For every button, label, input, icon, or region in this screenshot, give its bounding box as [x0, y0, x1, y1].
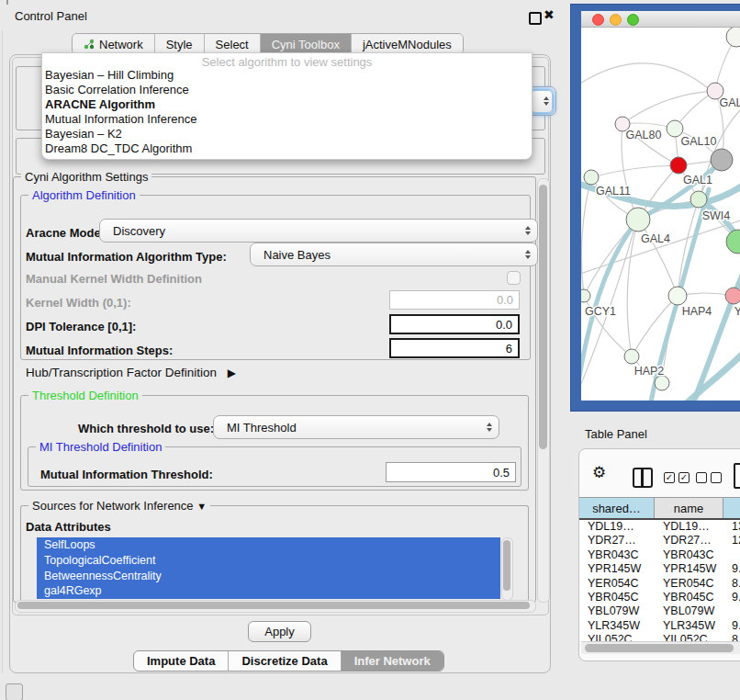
- data-attribute-item[interactable]: BetweennessCentrality: [37, 569, 500, 584]
- network-node-y[interactable]: [725, 288, 740, 304]
- network-node[interactable]: [655, 376, 669, 390]
- table-cell: YBL079W: [579, 604, 655, 618]
- network-node[interactable]: [726, 28, 740, 47]
- hub-definition-toggle[interactable]: Hub/Transcription Factor Definition ▶: [26, 366, 236, 379]
- mi-threshold-field[interactable]: [386, 462, 516, 482]
- hub-definition-label: Hub/Transcription Factor Definition: [26, 366, 217, 379]
- settings-vertical-scrollbar[interactable]: [537, 178, 550, 603]
- node-label: GAL1: [683, 174, 712, 186]
- data-attribute-item[interactable]: TopologicalCoefficient: [37, 553, 500, 569]
- kernel-width-field[interactable]: [389, 290, 520, 310]
- scrollbar-thumb[interactable]: [17, 602, 530, 609]
- group-title: Algorithm Definition: [28, 188, 140, 202]
- tab-network[interactable]: Network: [73, 34, 155, 54]
- algorithm-option[interactable]: ARACNE Algorithm: [42, 97, 532, 112]
- table-row[interactable]: YBR045CYBR045C9.: [579, 591, 740, 604]
- table-row[interactable]: YIL052CYIL052C8: [579, 633, 740, 641]
- attributes-list-scrollbar[interactable]: [501, 537, 513, 601]
- network-node-hap4[interactable]: [668, 287, 687, 305]
- scrollbar-thumb[interactable]: [503, 540, 510, 591]
- tab-style[interactable]: Style: [155, 34, 205, 54]
- chevron-updown-icon: [525, 226, 531, 235]
- data-attributes-list: SelfLoopsTopologicalCoefficientBetweenne…: [37, 537, 500, 599]
- mi-steps-field[interactable]: [389, 338, 520, 358]
- table-cell: YDR27…: [655, 534, 723, 548]
- bottom-tab-discretize-data[interactable]: Discretize Data: [229, 651, 341, 671]
- network-window: GALGAL80GAL10GAL1GAL11SWI4GAL4GCY1HAP4YH…: [581, 11, 740, 401]
- network-node[interactable]: [726, 230, 740, 254]
- network-node-hap2[interactable]: [624, 349, 639, 364]
- table-row[interactable]: YER054CYER054C8.: [579, 577, 740, 591]
- table-row[interactable]: YDR27…YDR27…12: [579, 534, 740, 548]
- chevron-updown-icon: [525, 250, 531, 259]
- split-columns-icon[interactable]: [633, 468, 653, 488]
- dpi-tolerance-field[interactable]: [389, 314, 520, 334]
- table-row[interactable]: YDL19…YDL19…13: [579, 520, 740, 534]
- chevron-updown-icon: [544, 96, 549, 106]
- bottom-tab-impute-data[interactable]: Impute Data: [134, 651, 229, 671]
- table-cell: 12: [723, 534, 740, 548]
- table-row[interactable]: YPR145WYPR145W9.: [579, 562, 740, 576]
- algorithm-option[interactable]: Bayesian – Hill Climbing: [42, 68, 532, 83]
- network-node-gal1[interactable]: [670, 157, 687, 174]
- minimize-traffic-light-icon[interactable]: [610, 14, 622, 26]
- network-node-swi4[interactable]: [690, 191, 707, 208]
- tab-jactivemnodules[interactable]: jActiveMNodules: [352, 34, 463, 54]
- table-row[interactable]: YLR345WYLR345W9.: [579, 619, 740, 633]
- network-window-titlebar[interactable]: [581, 11, 740, 28]
- algorithm-option[interactable]: Basic Correlation Inference: [42, 83, 532, 97]
- gear-icon[interactable]: ⚙: [592, 465, 606, 480]
- algorithm-option[interactable]: Mutual Information Inference: [42, 112, 532, 127]
- node-label: GAL10: [681, 135, 717, 148]
- algorithm-option[interactable]: Bayesian – K2: [42, 127, 532, 141]
- data-attribute-item[interactable]: SelfLoops: [37, 537, 500, 553]
- table-cell: YBR043C: [655, 548, 723, 562]
- node-label: Y: [734, 305, 740, 318]
- aracne-mode-combo[interactable]: Discovery: [99, 219, 538, 243]
- float-window-icon[interactable]: [529, 12, 542, 25]
- table-row[interactable]: YBR043CYBR043C: [579, 548, 740, 562]
- dropdown-placeholder: Select algorithm to view settings: [42, 53, 532, 68]
- tab-label: Cyni Toolbox: [272, 38, 340, 51]
- bottom-tab-infer-network[interactable]: Infer Network: [342, 651, 443, 671]
- apply-button[interactable]: Apply: [248, 621, 311, 642]
- manual-kernel-checkbox[interactable]: [507, 271, 521, 285]
- table-toolbar: ⚙ ✓ ✓: [579, 449, 740, 495]
- node-label: HAP2: [634, 365, 665, 378]
- algorithm-option[interactable]: Dream8 DC_TDC Algorithm: [42, 141, 532, 156]
- column-header[interactable]: name: [655, 498, 723, 518]
- select-all-checkboxes-icon[interactable]: ✓ ✓: [664, 472, 690, 483]
- column-header[interactable]: [723, 498, 740, 518]
- new-table-icon[interactable]: [734, 463, 740, 489]
- table-row[interactable]: YBL079WYBL079W: [579, 604, 740, 618]
- table-cell: 8: [723, 633, 740, 641]
- network-node[interactable]: [711, 149, 733, 171]
- expand-right-icon[interactable]: ▶: [228, 367, 236, 379]
- tab-select[interactable]: Select: [205, 34, 261, 54]
- table-horizontal-scrollbar[interactable]: [581, 641, 740, 654]
- scrollbar-thumb[interactable]: [539, 185, 547, 449]
- chevron-updown-icon: [487, 423, 492, 432]
- collapse-down-icon[interactable]: ▼: [196, 501, 207, 512]
- tab-cyni-toolbox[interactable]: Cyni Toolbox: [261, 34, 352, 54]
- mi-type-combo[interactable]: Naive Bayes: [250, 243, 538, 266]
- which-threshold-combo[interactable]: MI Threshold: [213, 415, 499, 439]
- deselect-all-checkboxes-icon[interactable]: [696, 472, 722, 483]
- scrollbar-thumb[interactable]: [585, 644, 734, 652]
- unchecked-box-icon: [696, 472, 707, 483]
- tab-label: jActiveMNodules: [363, 38, 452, 51]
- aracne-mode-value: Discovery: [113, 224, 165, 238]
- network-node-gal11[interactable]: [584, 170, 599, 185]
- network-canvas[interactable]: GALGAL80GAL10GAL1GAL11SWI4GAL4GCY1HAP4YH…: [581, 28, 740, 401]
- table-cell: 8.: [723, 577, 740, 591]
- close-icon[interactable]: ✖: [544, 7, 555, 22]
- zoom-traffic-light-icon[interactable]: [627, 14, 639, 26]
- network-node-gcy1[interactable]: [581, 289, 590, 302]
- collapsed-panel-button[interactable]: [6, 683, 23, 700]
- column-header[interactable]: shared…: [579, 498, 655, 518]
- network-node-gal4[interactable]: [626, 208, 650, 231]
- settings-horizontal-scrollbar[interactable]: [15, 600, 536, 613]
- close-traffic-light-icon[interactable]: [592, 14, 604, 26]
- data-attribute-item[interactable]: gal4RGexp: [37, 583, 500, 599]
- focused-spinner[interactable]: [531, 90, 553, 113]
